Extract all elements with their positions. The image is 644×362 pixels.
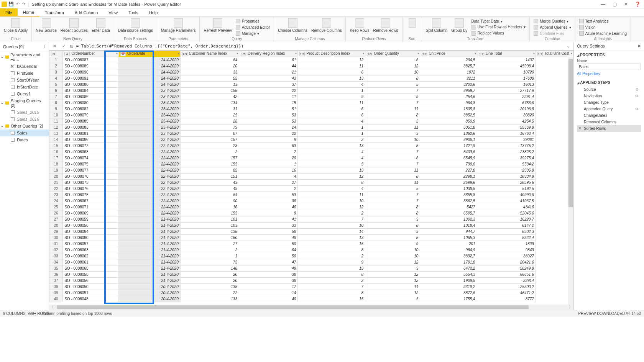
vision-button[interactable]: Vision bbox=[578, 25, 628, 30]
table-row[interactable]: 29SO - 000806421-4-202013858149944,78502… bbox=[49, 229, 573, 235]
table-row[interactable]: 21SO - 000807322-4-202043278112599,62859… bbox=[49, 180, 573, 186]
applied-step[interactable]: Removed Columns bbox=[577, 119, 641, 125]
minimize-button[interactable]: — bbox=[598, 2, 608, 7]
table-row[interactable]: 25SO - 000807122-4-20201646128542743416 bbox=[49, 204, 573, 210]
tab-transform[interactable]: Transform bbox=[39, 8, 69, 16]
table-row[interactable]: 12SO - 000808323-4-202079241115051,85556… bbox=[49, 124, 573, 131]
data-type-button[interactable]: Data Type: Date ▾ bbox=[470, 19, 527, 24]
column-header[interactable]: ⊞ bbox=[49, 51, 63, 57]
manage-parameters-button[interactable]: Manage Parameters bbox=[159, 18, 197, 37]
table-row[interactable]: 28SO - 000805821-4-2020103331081018,4814… bbox=[49, 223, 573, 229]
merge-queries-button[interactable]: Merge Queries ▾ bbox=[532, 18, 572, 24]
manage-button[interactable]: Manage ▾ bbox=[234, 31, 271, 36]
column-header[interactable]: AOrderNumber▾ bbox=[63, 51, 119, 57]
query-item[interactable]: Sales_2015 bbox=[0, 109, 49, 116]
table-row[interactable]: 2SO - 000808924-4-2020204411123825,74590… bbox=[49, 63, 573, 69]
close-settings-icon[interactable]: ✕ bbox=[637, 44, 641, 49]
redo-icon[interactable]: ↷ bbox=[22, 2, 25, 7]
table-row[interactable]: 20SO - 000807022-4-202015141282298,11838… bbox=[49, 174, 573, 180]
horizontal-scrollbar[interactable]: 〈〉 bbox=[49, 305, 573, 310]
undo-icon[interactable]: ↶ bbox=[16, 2, 20, 7]
applied-step[interactable]: Sorted Rows bbox=[577, 125, 641, 132]
table-row[interactable]: 10SO - 000807923-4-20202553683852,530820 bbox=[49, 112, 573, 118]
commit-formula-icon[interactable]: ✓ bbox=[61, 44, 67, 49]
tab-home[interactable]: Home bbox=[18, 8, 39, 16]
tab-add-column[interactable]: Add Column bbox=[69, 8, 104, 16]
table-row[interactable]: 31SO - 000805721-4-202027501592011809 bbox=[49, 241, 573, 247]
help-button[interactable]: ❓ bbox=[632, 2, 642, 7]
fx-icon[interactable]: fx bbox=[70, 44, 73, 49]
close-apply-button[interactable]: Close & Apply bbox=[2, 18, 29, 37]
refresh-preview-button[interactable]: Refresh Preview bbox=[202, 18, 233, 37]
data-source-settings-button[interactable]: Data source settings bbox=[117, 18, 154, 37]
table-row[interactable]: 1SO - 000808724-4-20206461126234,51407 bbox=[49, 57, 573, 63]
gear-icon[interactable]: ⚙ bbox=[635, 87, 639, 92]
first-row-headers-button[interactable]: Use First Row as Headers ▾ bbox=[470, 25, 527, 30]
append-queries-button[interactable]: Append Queries ▾ bbox=[532, 25, 572, 30]
formula-input[interactable] bbox=[76, 44, 562, 49]
applied-step[interactable]: Navigation⚙ bbox=[577, 93, 641, 99]
collapse-queries-icon[interactable]: 〈 bbox=[41, 44, 46, 49]
table-row[interactable]: 4SO - 000809124-4-20205543138221117688 bbox=[49, 75, 573, 82]
table-row[interactable]: 38SO - 000805020-4-2020138177112318,2255… bbox=[49, 284, 573, 290]
gear-icon[interactable]: ⚙ bbox=[635, 94, 639, 98]
query-item[interactable]: Dates bbox=[0, 136, 49, 143]
data-grid[interactable]: ⊞AOrderNumber▾📅OrderDate▾1²3Customer Nam… bbox=[49, 51, 573, 305]
remove-columns-button[interactable]: Remove Columns bbox=[310, 18, 343, 37]
column-header[interactable]: 1²3Order Quantity▾ bbox=[365, 51, 420, 57]
column-header[interactable]: 1.2Line Total▾ bbox=[477, 51, 536, 57]
enter-data-button[interactable]: Enter Data bbox=[90, 18, 112, 37]
vertical-scrollbar[interactable] bbox=[568, 57, 573, 305]
table-row[interactable]: 15SO - 000807222-4-202023631381721,91377… bbox=[49, 143, 573, 149]
tab-view[interactable]: View bbox=[103, 8, 123, 16]
table-row[interactable]: 39SO - 000805120-4-202022148123872,64647… bbox=[49, 290, 573, 296]
query-item[interactable]: Query1 bbox=[0, 90, 49, 97]
properties-button[interactable]: Properties bbox=[234, 18, 271, 24]
table-row[interactable]: 30SO - 000806021-4-2020160481381065,3852… bbox=[49, 235, 573, 241]
applied-step[interactable]: ChangeDates bbox=[577, 112, 641, 119]
applied-step[interactable]: Appended Query⚙ bbox=[577, 106, 641, 112]
table-row[interactable]: 3SO - 000809024-4-20203321610107210720 bbox=[49, 69, 573, 75]
table-row[interactable]: 7SO - 000808623-4-2020421199254,62291,4 bbox=[49, 94, 573, 100]
table-row[interactable]: 37SO - 000805621-4-202020382121909,52291… bbox=[49, 278, 573, 284]
table-row[interactable]: 34SO - 000806121-4-202075479121701,82042… bbox=[49, 259, 573, 265]
table-row[interactable]: 40SO - 000804820-4-2020133401551755,4877… bbox=[49, 296, 573, 302]
column-header[interactable]: 1.2Total Unit Cost▾ bbox=[536, 51, 573, 57]
column-header[interactable]: 1²3Delivery Region Index▾ bbox=[239, 51, 298, 57]
table-row[interactable]: 14SO - 000806622-4-202015792103906,13906… bbox=[49, 137, 573, 143]
query-folder[interactable]: Other Queries [2] bbox=[0, 123, 49, 129]
column-header[interactable]: 📅OrderDate▾ bbox=[118, 51, 180, 57]
column-header[interactable]: 1²3Product Description Index▾ bbox=[298, 51, 365, 57]
gear-icon[interactable]: ⚙ bbox=[635, 107, 639, 111]
azure-ml-button[interactable]: Azure Machine Learning bbox=[578, 31, 628, 36]
query-item[interactable]: StartOfYear bbox=[0, 77, 49, 84]
table-row[interactable]: 16SO - 000806822-4-202022473403,623825,2 bbox=[49, 149, 573, 155]
sort-buttons[interactable] bbox=[405, 18, 419, 37]
table-row[interactable]: 18SO - 000807522-4-2020155157790,65534,2 bbox=[49, 161, 573, 167]
query-item[interactable]: Sales_2016 bbox=[0, 116, 49, 123]
table-row[interactable]: 8SO - 000808023-4-202013415117964,86753,… bbox=[49, 100, 573, 106]
advanced-editor-button[interactable]: Advanced Editor bbox=[234, 25, 271, 30]
replace-values-button[interactable]: Replace Values bbox=[470, 31, 527, 36]
table-row[interactable]: 22SO - 000807622-4-2020492451038,55192,5 bbox=[49, 186, 573, 192]
table-row[interactable]: 5SO - 000808824-4-20201337453202,616013 bbox=[49, 82, 573, 88]
table-row[interactable]: 36SO - 000805521-4-202020388125554,36665… bbox=[49, 272, 573, 278]
table-row[interactable]: 23SO - 000807822-4-202064531175855,84099… bbox=[49, 192, 573, 198]
applied-step[interactable]: Changed Type bbox=[577, 99, 641, 106]
combine-files-button[interactable]: Combine Files bbox=[532, 31, 572, 36]
table-row[interactable]: 6SO - 000808423-4-202015822173959,727717… bbox=[49, 88, 573, 94]
table-row[interactable]: 19SO - 000807722-4-202085161511227,82505… bbox=[49, 167, 573, 174]
expand-formula-icon[interactable]: ⌄ bbox=[565, 44, 571, 49]
cancel-formula-icon[interactable]: ✕ bbox=[51, 44, 58, 49]
applied-step[interactable]: Source⚙ bbox=[577, 86, 641, 93]
table-row[interactable]: 26SO - 000806922-4-20201559286505,752045… bbox=[49, 210, 573, 216]
all-properties-link[interactable]: All Properties bbox=[577, 72, 641, 76]
query-item[interactable]: fxfxCalendar bbox=[0, 63, 49, 70]
column-header[interactable]: 1.2Unit Price▾ bbox=[420, 51, 477, 57]
save-icon[interactable]: 💾 bbox=[8, 2, 14, 7]
table-row[interactable]: 33SO - 000806221-4-20201502103892,738927 bbox=[49, 253, 573, 259]
query-folder[interactable]: Parameters and Fu… bbox=[0, 51, 49, 63]
table-row[interactable]: 17SO - 000807422-4-202015720466545,93927… bbox=[49, 155, 573, 161]
recent-sources-button[interactable]: Recent Sources bbox=[59, 18, 89, 37]
table-row[interactable]: 32SO - 000806321-4-2020264810984,99849 bbox=[49, 247, 573, 253]
